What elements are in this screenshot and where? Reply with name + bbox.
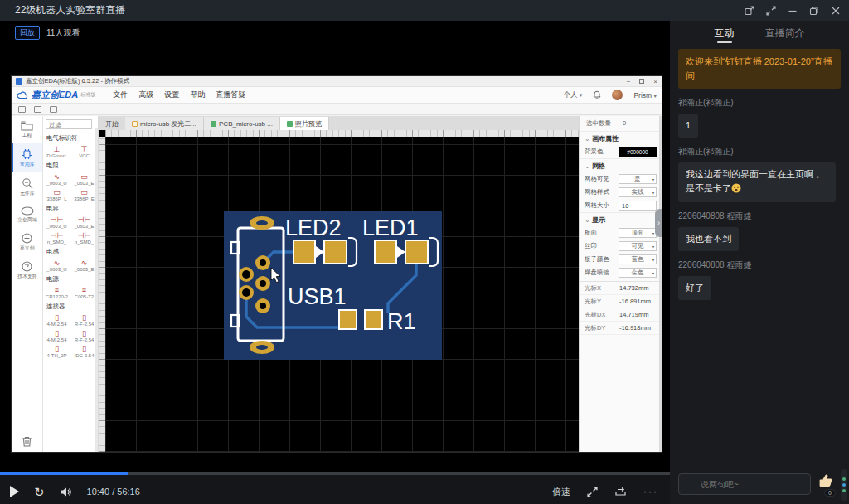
label-led1: LED1: [362, 216, 419, 240]
video-player[interactable]: 回放 11人观看 嘉立创EDA(标准版) 6.5.22 - 协作模式 − × 嘉…: [0, 21, 670, 504]
reaction-strip[interactable]: [841, 469, 847, 501]
trash-button[interactable]: [12, 435, 42, 447]
rail-tech-support[interactable]: 技术支持: [12, 256, 42, 284]
playback-speed-button[interactable]: 倍速: [552, 486, 570, 498]
theater-mode-icon[interactable]: [614, 487, 627, 497]
tab-photo-preview[interactable]: 照片预览: [280, 117, 329, 130]
open-file-icon[interactable]: [34, 106, 41, 113]
restore-icon[interactable]: [809, 6, 819, 16]
rail-project[interactable]: 工程: [12, 116, 42, 143]
library-item[interactable]: ▭3386P_L: [43, 187, 70, 202]
library-item[interactable]: ▭3386P_E: [70, 187, 98, 202]
section-grid[interactable]: 网格: [580, 158, 662, 172]
board-color-select[interactable]: 蓝色: [619, 254, 657, 264]
refresh-button[interactable]: ↻: [34, 486, 45, 498]
search-library-icon: [22, 177, 33, 189]
eda-minimize-icon[interactable]: −: [627, 78, 631, 85]
library-item[interactable]: ∿_0603_E: [70, 257, 98, 273]
menu-help[interactable]: 帮助: [190, 90, 205, 100]
eda-left-rail: 工程 常用库 元件库 立创商城: [12, 116, 43, 452]
bg-color-swatch[interactable]: #000000: [619, 147, 657, 157]
library-item[interactable]: ▯R-F-2.54: [70, 312, 98, 327]
tab-interaction[interactable]: 互动: [700, 21, 750, 46]
library-item[interactable]: ⊥D Groun:: [43, 143, 70, 159]
message-username: 2206040808 程雨婕: [678, 259, 841, 271]
library-item[interactable]: ⊣⊢n_SMD_: [70, 230, 98, 245]
cursor-y-label: 光标Y: [585, 298, 619, 306]
welcome-banner: 欢迎来到“钉钉直播 2023-01-20”直播间: [678, 49, 841, 89]
flushed-face-emoji-icon: [731, 183, 741, 197]
popout-icon[interactable]: [745, 6, 754, 16]
section-canvas-props[interactable]: 画布属性: [580, 131, 662, 145]
panel-collapse-handle[interactable]: ›: [655, 209, 662, 237]
pcb-doc-icon: [211, 121, 216, 127]
fullscreen-icon[interactable]: [766, 6, 776, 16]
library-item[interactable]: ⊤VCC: [70, 143, 98, 159]
library-item[interactable]: ∿_0603_U: [43, 171, 70, 187]
library-item[interactable]: ≡C005-T2: [70, 284, 98, 300]
properties-scrollbar[interactable]: [659, 116, 662, 452]
progress-bar[interactable]: [0, 472, 670, 475]
section-display[interactable]: 显示: [580, 212, 662, 226]
library-item[interactable]: ▯IDC-2.54: [70, 343, 98, 359]
library-item[interactable]: ▯4-M-2.54: [43, 327, 70, 343]
cursor-dy-label: 光标DY: [585, 324, 619, 332]
avatar[interactable]: [612, 90, 623, 100]
library-item[interactable]: ▯R-F-2.54: [70, 327, 98, 343]
rail-common-library[interactable]: 常用库: [12, 143, 42, 172]
library-item[interactable]: ⊣⊢_0603_U: [43, 214, 70, 230]
grid-style-select[interactable]: 实线: [619, 187, 657, 197]
library-item[interactable]: ∿_0603_U: [43, 257, 70, 273]
library-item[interactable]: ⊣⊢n_SMD_: [43, 230, 70, 245]
library-item[interactable]: ▯4-TH_2P: [43, 343, 70, 359]
personal-menu[interactable]: 个人 ▾: [563, 90, 582, 100]
rail-lcsc-mall[interactable]: 立创商城: [12, 201, 42, 228]
user-menu[interactable]: Prism ▾: [633, 91, 657, 99]
rail-jlc[interactable]: 嘉立创: [12, 228, 42, 256]
library-item[interactable]: ▭_0603_E: [70, 171, 98, 187]
close-icon[interactable]: [831, 6, 841, 16]
replay-badge: 回放: [15, 26, 40, 40]
menu-live-qa[interactable]: 直播答疑: [216, 90, 245, 100]
menu-advanced[interactable]: 高级: [138, 90, 153, 100]
tab-start[interactable]: 开始: [99, 117, 125, 130]
eda-maximize-icon[interactable]: [639, 79, 644, 84]
lcsc-logo-icon: [21, 206, 34, 216]
viewer-count: 11人观看: [46, 27, 80, 39]
app-titlebar: 22级机器人实验室群直播: [0, 0, 849, 21]
grid-size-input[interactable]: 10: [619, 201, 657, 211]
rail-component-library[interactable]: 元件库: [12, 172, 42, 201]
volume-icon[interactable]: [60, 487, 72, 497]
grid-visible-select[interactable]: 是: [619, 174, 657, 184]
library-filter-input[interactable]: [46, 119, 92, 129]
chat-message-list[interactable]: 欢迎来到“钉钉直播 2023-01-20”直播间 祁瀚正(祁瀚正) 1 祁瀚正(…: [670, 46, 849, 466]
eda-close-icon[interactable]: ×: [653, 78, 657, 85]
play-button[interactable]: [10, 486, 19, 497]
library-item[interactable]: ≡CR1220-2: [43, 284, 70, 300]
pad-finish-select[interactable]: 金色: [619, 268, 657, 278]
menu-settings[interactable]: 设置: [164, 90, 179, 100]
minimize-icon[interactable]: [788, 6, 798, 16]
chat-message-input[interactable]: [678, 473, 811, 495]
import-icon[interactable]: [50, 106, 57, 113]
tab-pcb[interactable]: PCB_micro-usb ...: [204, 117, 280, 130]
more-options-button[interactable]: ···: [643, 486, 658, 497]
pcb-preview-canvas[interactable]: LED2 LED1 USB1 R1: [105, 137, 579, 452]
fullscreen-video-icon[interactable]: [587, 487, 598, 497]
chat-message: 祁瀚正(祁瀚正) 我这边看到的界面一直在主页啊，是不是卡了: [678, 146, 841, 202]
library-item[interactable]: ▯4-M-2.54: [43, 312, 70, 327]
bell-icon[interactable]: [593, 90, 601, 99]
message-bubble: 1: [678, 114, 698, 138]
menu-file[interactable]: 文件: [113, 90, 128, 100]
screen: 22级机器人实验室群直播 回放 11人观看 嘉立创EDA(标准版) 6.5.22…: [0, 0, 849, 504]
library-item[interactable]: ⊣⊢_0603_E: [70, 214, 98, 230]
tab-live-intro[interactable]: 直播简介: [750, 21, 820, 46]
new-file-icon[interactable]: [18, 106, 26, 113]
board-face-select[interactable]: 顶面: [619, 228, 657, 238]
silkscreen-select[interactable]: 可见: [619, 241, 657, 251]
eda-window: 嘉立创EDA(标准版) 6.5.22 - 协作模式 − × 嘉立创EDA 标准版…: [12, 76, 662, 452]
led1-footprint: [375, 238, 438, 266]
led2-footprint: [294, 238, 357, 266]
tab-schematic[interactable]: micro-usb 发光二...: [125, 117, 204, 130]
library-scrollbar[interactable]: [95, 128, 98, 452]
